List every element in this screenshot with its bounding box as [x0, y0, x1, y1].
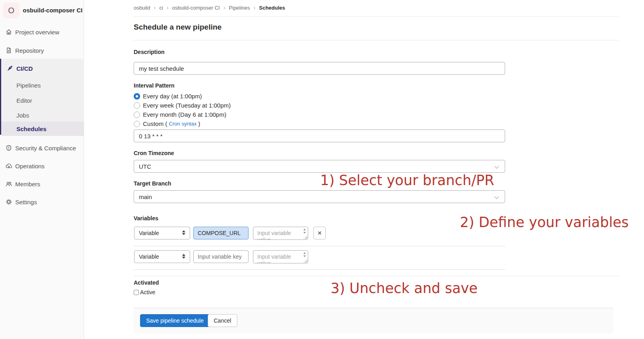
rocket-icon [7, 65, 13, 72]
variable-type-select[interactable]: Variable [134, 227, 190, 239]
breadcrumb-item-pipelines[interactable]: Pipelines [229, 5, 250, 11]
target-branch-value: main [139, 193, 152, 200]
active-checkbox-label: Active [140, 289, 155, 295]
resize-handle-icon[interactable] [303, 235, 307, 239]
sidebar-item-members[interactable]: Members [0, 176, 84, 192]
radio-every-week[interactable]: Every week (Tuesday at 1:00pm) [134, 101, 505, 110]
sidebar-item-label: Operations [15, 163, 44, 170]
breadcrumb-item-ci[interactable]: ci [159, 5, 163, 11]
sidebar-item-security-compliance[interactable]: Security & Compliance [0, 140, 84, 156]
people-icon [6, 181, 12, 187]
variables-section: Variable Input variable value ✕ [134, 227, 505, 270]
variable-type-value: Variable [139, 253, 159, 260]
sidebar: O osbuild-composer CI Project overview R… [0, 0, 84, 339]
chevron-right-icon: › [223, 4, 225, 11]
page-title: Schedule a new pipeline [134, 23, 222, 32]
sidebar-subitem-label: Editor [16, 97, 32, 104]
sidebar-cicd-section: CI/CD Pipelines Editor Jobs Schedules [0, 59, 84, 135]
variable-key-input[interactable] [193, 227, 249, 239]
chevron-right-icon: › [154, 4, 156, 11]
variable-row: Variable Input variable value [134, 250, 505, 263]
variable-type-value: Variable [139, 230, 159, 236]
sidebar-subitem-schedules[interactable]: Schedules [1, 122, 85, 136]
cron-timezone-label: Cron Timezone [134, 150, 505, 157]
cron-syntax-link[interactable]: Cron syntax [169, 121, 197, 127]
variables-label: Variables [134, 215, 505, 222]
cloud-icon [6, 163, 12, 169]
sidebar-item-cicd[interactable]: CI/CD [1, 60, 85, 76]
radio-every-day[interactable]: Every day (at 1:00pm) [134, 92, 505, 101]
cron-timezone-value: UTC [139, 163, 151, 170]
chevron-right-icon: › [167, 4, 169, 11]
sidebar-item-label: CI/CD [16, 65, 33, 72]
title-divider [134, 40, 619, 40]
radio-label-suffix: ) [198, 120, 200, 127]
variable-value-textarea[interactable]: Input variable value [253, 250, 308, 263]
radio-icon[interactable] [134, 112, 140, 118]
breadcrumb: osbuild › ci › osbuild-composer CI › Pip… [134, 4, 285, 11]
updown-arrows-icon [182, 254, 185, 259]
variable-key-input[interactable] [193, 250, 249, 263]
breadcrumb-item-osbuild[interactable]: osbuild [134, 5, 150, 11]
sidebar-subitem-label: Jobs [16, 112, 29, 119]
breadcrumb-divider [134, 16, 619, 17]
radio-icon[interactable] [134, 93, 140, 100]
activated-divider [134, 276, 619, 276]
active-checkbox[interactable] [134, 290, 139, 295]
variable-row-divider [134, 246, 505, 246]
project-avatar[interactable]: O [3, 2, 19, 18]
form-footer: Save pipeline schedule Cancel [134, 308, 613, 333]
project-name[interactable]: osbuild-composer CI [23, 7, 82, 14]
home-icon [6, 29, 12, 35]
breadcrumb-item-project[interactable]: osbuild-composer CI [172, 5, 220, 11]
save-pipeline-schedule-button[interactable]: Save pipeline schedule [140, 314, 210, 327]
variable-type-select[interactable]: Variable [134, 250, 190, 263]
variable-row-divider [134, 269, 505, 270]
variable-row: Variable Input variable value ✕ [134, 227, 505, 239]
sidebar-subitem-jobs[interactable]: Jobs [1, 108, 85, 122]
textarea-scrollbar[interactable] [302, 251, 307, 257]
cron-timezone-select[interactable]: UTC [134, 160, 505, 173]
document-icon [6, 47, 12, 54]
breadcrumb-item-schedules: Schedules [259, 5, 285, 11]
remove-variable-button[interactable]: ✕ [313, 227, 326, 239]
schedule-form: Description Interval Pattern Every day (… [134, 49, 505, 295]
sidebar-subitem-label: Pipelines [16, 82, 41, 89]
sidebar-subitem-label: Schedules [16, 126, 46, 132]
radio-custom[interactable]: Custom ( Cron syntax ) [134, 119, 505, 128]
radio-icon[interactable] [134, 121, 140, 127]
sidebar-item-repository[interactable]: Repository [0, 42, 84, 58]
variable-value-placeholder: Input variable value [257, 253, 297, 263]
interval-options: Every day (at 1:00pm) Every week (Tuesda… [134, 92, 505, 128]
radio-icon[interactable] [134, 102, 140, 109]
activated-label: Activated [134, 279, 505, 286]
variable-value-textarea[interactable]: Input variable value [253, 227, 308, 240]
radio-label: Custom ( [143, 120, 167, 127]
cron-pattern-input[interactable] [134, 130, 505, 142]
sidebar-item-label: Settings [15, 199, 37, 205]
radio-every-month[interactable]: Every month (Day 6 at 1:00pm) [134, 110, 505, 119]
sidebar-subitem-pipelines[interactable]: Pipelines [1, 78, 85, 92]
sidebar-item-project-overview[interactable]: Project overview [0, 24, 84, 40]
sidebar-item-label: Repository [15, 47, 44, 54]
sidebar-item-operations[interactable]: Operations [0, 158, 84, 174]
radio-label: Every week (Tuesday at 1:00pm) [143, 102, 231, 109]
main-content: osbuild › ci › osbuild-composer CI › Pip… [84, 0, 644, 339]
sidebar-item-label: Security & Compliance [15, 145, 76, 152]
sidebar-subitem-editor[interactable]: Editor [1, 93, 85, 108]
sidebar-item-settings[interactable]: Settings [0, 194, 84, 210]
description-input[interactable] [134, 62, 505, 75]
close-icon: ✕ [317, 230, 322, 236]
updown-arrows-icon [182, 230, 185, 235]
target-branch-label: Target Branch [134, 180, 505, 187]
description-label: Description [134, 49, 505, 56]
resize-handle-icon[interactable] [303, 259, 307, 263]
target-branch-select[interactable]: main [134, 190, 505, 203]
radio-label: Every month (Day 6 at 1:00pm) [143, 111, 226, 118]
chevron-down-icon [494, 194, 499, 199]
chevron-right-icon: › [254, 4, 256, 11]
textarea-scrollbar[interactable] [302, 228, 307, 233]
sidebar-item-label: Members [15, 181, 40, 187]
cancel-button[interactable]: Cancel [208, 314, 237, 327]
shield-icon [6, 145, 12, 151]
